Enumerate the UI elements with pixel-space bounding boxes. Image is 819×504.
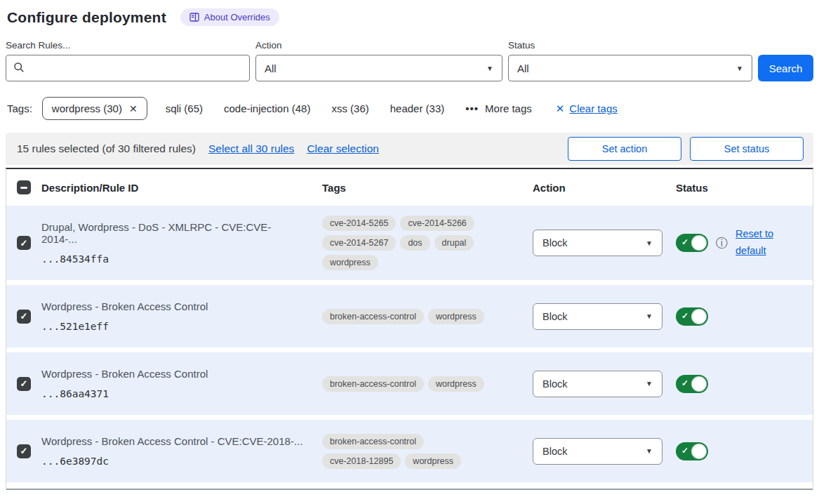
action-select-value: Block	[542, 378, 567, 390]
action-select[interactable]: Block ▼	[533, 371, 662, 397]
search-button[interactable]: Search	[758, 55, 813, 81]
rule-tag-chip: wordpress	[428, 376, 484, 392]
toggle-knob	[691, 376, 707, 392]
status-toggle[interactable]: ✓	[676, 234, 708, 252]
search-rules-label: Search Rules...	[6, 40, 250, 51]
check-icon: ✓	[681, 378, 688, 388]
action-select-value: Block	[542, 446, 567, 457]
set-action-button[interactable]: Set action	[568, 137, 681, 161]
action-filter-value: All	[265, 62, 277, 74]
rule-tags: broken-access-controlwordpress	[322, 309, 506, 324]
more-tags-button[interactable]: ••• More tags	[465, 102, 531, 114]
selected-tag-wordpress[interactable]: wordpress (30) ✕	[42, 97, 147, 120]
clear-tags-link[interactable]: ✕ Clear tags	[556, 102, 618, 115]
selected-tag-label: wordpress (30)	[52, 102, 122, 114]
rule-tag-chip: broken-access-control	[322, 309, 424, 324]
row-checkbox[interactable]: ✓	[17, 236, 31, 250]
toggle-knob	[691, 235, 707, 251]
tag-filter-list: sqli (65)code-injection (48)xss (36)head…	[166, 102, 445, 114]
rule-id: ...6e3897dc	[41, 456, 305, 467]
toggle-knob	[691, 444, 707, 459]
row-checkbox[interactable]: ✓	[17, 444, 31, 458]
select-all-checkbox[interactable]	[17, 180, 31, 194]
chevron-down-icon: ▼	[646, 312, 653, 320]
tag-filter[interactable]: xss (36)	[331, 102, 368, 114]
set-status-button[interactable]: Set status	[690, 137, 804, 161]
rule-description: Wordpress - Broken Access Control - CVE:…	[41, 435, 305, 447]
column-tags: Tags	[322, 182, 533, 194]
rule-tag-chip: drupal	[434, 235, 474, 251]
action-select-value: Block	[542, 237, 567, 248]
chevron-down-icon: ▼	[486, 65, 493, 72]
table-row: ✓ Wordpress - Broken Access Control ...5…	[6, 285, 813, 352]
search-icon	[13, 62, 25, 75]
rule-tag-chip: wordpress	[428, 309, 484, 324]
rule-id: ...86aa4371	[41, 388, 305, 399]
select-all-link[interactable]: Select all 30 rules	[208, 142, 294, 155]
rules-table: Description/Rule ID Tags Action Status ✓…	[6, 168, 813, 490]
action-select-value: Block	[542, 311, 567, 322]
clear-selection-link[interactable]: Clear selection	[307, 142, 379, 155]
ellipsis-icon: •••	[465, 102, 479, 114]
rule-tag-chip: cve-2018-12895	[322, 453, 401, 469]
reset-to-default-link[interactable]: Reset to default	[735, 226, 780, 260]
action-select[interactable]: Block ▼	[533, 303, 662, 330]
action-filter-select[interactable]: All ▼	[255, 55, 502, 81]
rule-description: Wordpress - Broken Access Control	[41, 300, 305, 312]
rule-tags: broken-access-controlcve-2018-12895wordp…	[322, 434, 506, 469]
rule-tag-chip: dos	[400, 235, 430, 251]
action-select[interactable]: Block ▼	[533, 438, 662, 465]
table-row: ✓ Drupal, Wordpress - DoS - XMLRPC - CVE…	[6, 206, 813, 285]
table-row: ✓ Wordpress - Broken Access Control - CV…	[6, 420, 813, 487]
row-checkbox[interactable]: ✓	[17, 377, 31, 391]
search-input[interactable]	[31, 55, 242, 81]
action-select[interactable]: Block ▼	[533, 230, 662, 256]
row-checkbox[interactable]: ✓	[17, 310, 31, 324]
action-filter-field: Action All ▼	[255, 40, 502, 81]
column-status: Status	[676, 182, 813, 194]
table-footer-divider	[6, 487, 813, 490]
tag-filter[interactable]: header (33)	[390, 102, 445, 114]
about-overrides-label: About Overrides	[204, 12, 270, 22]
status-toggle[interactable]: ✓	[676, 442, 708, 460]
status-filter-field: Status All ▼	[508, 40, 752, 81]
chevron-down-icon: ▼	[646, 239, 653, 247]
table-body: ✓ Drupal, Wordpress - DoS - XMLRPC - CVE…	[6, 206, 813, 487]
rule-tag-chip: wordpress	[322, 255, 378, 270]
rule-tag-chip: broken-access-control	[322, 434, 424, 449]
chevron-down-icon: ▼	[646, 447, 653, 455]
rule-description: Drupal, Wordpress - DoS - XMLRPC - CVE:C…	[41, 221, 305, 245]
check-icon: ✓	[20, 239, 28, 248]
status-toggle[interactable]: ✓	[676, 375, 708, 393]
status-filter-value: All	[517, 62, 529, 74]
column-action: Action	[533, 182, 676, 194]
table-row: ✓ Wordpress - Broken Access Control ...8…	[6, 352, 813, 420]
rule-tag-chip: cve-2014-5266	[400, 215, 474, 231]
page-header: Configure deployment About Overrides	[7, 8, 813, 26]
page-title: Configure deployment	[7, 9, 166, 26]
about-overrides-badge[interactable]: About Overrides	[180, 8, 279, 26]
check-icon: ✓	[681, 237, 688, 247]
tag-filter[interactable]: code-injection (48)	[224, 102, 310, 114]
clear-icon: ✕	[556, 102, 565, 115]
rule-tag-chip: cve-2014-5265	[322, 215, 396, 231]
status-toggle[interactable]: ✓	[676, 307, 708, 326]
action-filter-label: Action	[255, 40, 502, 51]
rule-tag-chip: wordpress	[405, 453, 461, 469]
column-description: Description/Rule ID	[41, 182, 322, 194]
search-rules-field: Search Rules...	[6, 40, 250, 81]
tag-filter[interactable]: sqli (65)	[166, 102, 203, 114]
info-icon[interactable]: ⓘ	[716, 237, 728, 249]
toggle-knob	[691, 309, 707, 324]
selection-bar: 15 rules selected (of 30 filtered rules)…	[6, 133, 813, 165]
check-icon: ✓	[681, 311, 688, 321]
rule-id: ...84534ffa	[41, 253, 305, 265]
tags-label: Tags:	[7, 102, 32, 114]
status-filter-select[interactable]: All ▼	[508, 55, 752, 81]
rule-tags: cve-2014-5265cve-2014-5266cve-2014-5267d…	[322, 215, 506, 270]
clear-tags-label: Clear tags	[569, 102, 617, 114]
chevron-down-icon: ▼	[736, 65, 743, 72]
remove-tag-icon[interactable]: ✕	[129, 103, 138, 114]
filters-row: Search Rules... Action All ▼ Status All	[6, 40, 813, 81]
rule-id: ...521e1eff	[41, 321, 305, 332]
